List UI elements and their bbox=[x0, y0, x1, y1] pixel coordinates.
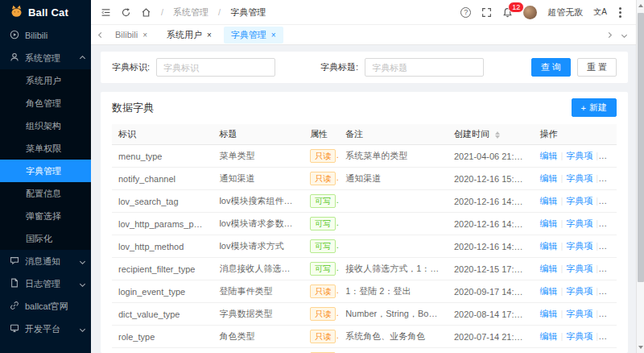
sidebar-item-notifications[interactable]: 消息通知 bbox=[0, 250, 91, 272]
sidebar-item-label: 系统管理 bbox=[25, 52, 60, 64]
dict-id-input[interactable] bbox=[156, 58, 275, 77]
edit-link[interactable]: 编辑 bbox=[540, 218, 558, 228]
dict-items-link[interactable]: 字典项 bbox=[566, 309, 592, 318]
fullscreen-icon[interactable] bbox=[481, 7, 492, 18]
sidebar-item-menu-permissions[interactable]: 菜单权限 bbox=[0, 137, 91, 160]
cell-id: dict_value_type bbox=[112, 303, 213, 326]
edit-link[interactable]: 编辑 bbox=[540, 196, 558, 206]
avatar[interactable] bbox=[523, 6, 537, 19]
cell-attr: 可写 bbox=[303, 213, 339, 235]
cell-id: menu_type bbox=[112, 145, 213, 168]
cell-actions: 编辑|字典项|删除 bbox=[534, 348, 617, 353]
reset-button[interactable]: 重 置 bbox=[577, 58, 617, 77]
scroll-up-icon[interactable] bbox=[638, 4, 643, 7]
new-button[interactable]: + 新建 bbox=[572, 98, 617, 117]
sidebar-item-label: 组织架构 bbox=[26, 120, 61, 132]
sidebar-item-organization[interactable]: 组织架构 bbox=[0, 114, 91, 137]
reload-icon[interactable] bbox=[121, 7, 131, 18]
tab-scroll-left-icon[interactable] bbox=[98, 31, 104, 37]
sidebar-item-dict-management[interactable]: 字典管理 bbox=[0, 160, 91, 182]
sidebar-item-log-management[interactable]: 日志管理 bbox=[0, 272, 91, 295]
dict-items-link[interactable]: 字典项 bbox=[566, 151, 592, 160]
cell-attr: 可写 bbox=[303, 235, 339, 258]
card-title: 数据字典 bbox=[112, 101, 154, 115]
dict-items-link[interactable]: 字典项 bbox=[566, 173, 592, 183]
sidebar-item-role-management[interactable]: 角色管理 bbox=[0, 92, 91, 114]
sidebar-item-system-users[interactable]: 系统用户 bbox=[0, 69, 91, 92]
edit-link[interactable]: 编辑 bbox=[540, 309, 558, 318]
sidebar-item-label: 系统用户 bbox=[26, 75, 61, 87]
dict-id-form-item: 字典标识: bbox=[112, 58, 275, 77]
sidebar-item-ballcat-website[interactable]: ballcat官网 bbox=[0, 295, 91, 318]
home-icon[interactable] bbox=[141, 7, 151, 18]
close-icon[interactable]: × bbox=[271, 31, 276, 39]
dict-items-link[interactable]: 字典项 bbox=[566, 196, 592, 206]
cell-actions: 编辑|字典项|删除 bbox=[534, 190, 617, 213]
dict-items-link[interactable]: 字典项 bbox=[566, 264, 592, 273]
readonly-tag: 只读 bbox=[310, 149, 336, 163]
edit-link[interactable]: 编辑 bbox=[540, 331, 558, 341]
edit-link[interactable]: 编辑 bbox=[540, 286, 558, 296]
dict-items-link[interactable]: 字典项 bbox=[566, 286, 592, 296]
chevron-down-icon bbox=[80, 280, 85, 286]
column-header-label: 创建时间 bbox=[454, 129, 489, 139]
edit-link[interactable]: 编辑 bbox=[540, 264, 558, 273]
table-row: lov_http_params_position lov模块请求参数位置 可写 … bbox=[112, 213, 617, 235]
sidebar-item-dev-platform[interactable]: 开发平台 bbox=[0, 318, 91, 340]
sidebar-submenu-system: 系统用户 角色管理 组织架构 菜单权限 字典管理 配置信息 弹窗选择 国际化 bbox=[0, 69, 91, 250]
translate-icon[interactable]: 文A bbox=[593, 6, 607, 18]
dict-items-link[interactable]: 字典项 bbox=[566, 241, 592, 251]
close-icon[interactable]: × bbox=[207, 31, 212, 39]
topbar-right: ? 12 超管无敌 文A bbox=[460, 6, 634, 19]
sidebar-item-config-info[interactable]: 配置信息 bbox=[0, 182, 91, 205]
dict-items-link[interactable]: 字典项 bbox=[566, 331, 592, 341]
table-row: dict_value_type 字典数据类型 只读 Number，String，… bbox=[112, 303, 617, 326]
message-icon bbox=[10, 255, 19, 267]
menu-collapse-icon[interactable] bbox=[101, 7, 111, 18]
sidebar-item-system-management[interactable]: 系统管理 bbox=[0, 47, 91, 69]
desktop-icon bbox=[10, 323, 19, 334]
scroll-down-icon[interactable] bbox=[638, 346, 643, 349]
column-header-remark: 备注 bbox=[339, 124, 448, 145]
cat-logo-icon bbox=[10, 5, 23, 19]
tab-system-users[interactable]: 系统用户 × bbox=[159, 27, 219, 44]
tab-scroll-right-icon[interactable] bbox=[606, 31, 612, 37]
breadcrumb-system[interactable]: 系统管理 bbox=[173, 6, 208, 19]
tab-bilibili[interactable]: Bilibili × bbox=[108, 27, 155, 42]
dict-title-form-item: 字典标题: bbox=[320, 58, 484, 77]
cell-attr: 只读 bbox=[303, 326, 339, 348]
column-header-id: 标识 bbox=[112, 124, 213, 145]
cell-attr: 只读 bbox=[303, 303, 339, 326]
help-icon[interactable]: ? bbox=[460, 7, 471, 18]
cell-created: 2020-07-14 20:28:54 bbox=[448, 348, 534, 353]
column-header-created[interactable]: 创建时间 bbox=[448, 124, 534, 145]
edit-link[interactable]: 编辑 bbox=[540, 241, 558, 251]
table-row: menu_type 菜单类型 只读 系统菜单的类型 2021-04-06 21:… bbox=[112, 145, 617, 168]
sort-icon[interactable] bbox=[495, 131, 500, 139]
query-button[interactable]: 查 询 bbox=[531, 58, 571, 77]
cell-title: 字典数据类型 bbox=[213, 303, 303, 326]
more-options-icon[interactable] bbox=[619, 11, 621, 14]
tab-dropdown-icon[interactable] bbox=[621, 31, 627, 37]
logo[interactable]: Ball Cat bbox=[0, 0, 91, 24]
cell-remark: 1：登陆 2：登出 bbox=[339, 280, 448, 303]
username[interactable]: 超管无敌 bbox=[547, 6, 583, 19]
file-icon bbox=[10, 278, 19, 289]
edit-link[interactable]: 编辑 bbox=[540, 173, 558, 183]
dict-items-link[interactable]: 字典项 bbox=[566, 218, 592, 228]
cell-attr: 只读 bbox=[303, 280, 339, 303]
scrollbar[interactable] bbox=[636, 0, 644, 353]
cell-actions: 编辑|字典项|删除 bbox=[534, 280, 617, 303]
notification-bell-icon[interactable]: 12 bbox=[502, 7, 513, 18]
tab-dict-management[interactable]: 字典管理 × bbox=[224, 27, 283, 44]
close-icon[interactable]: × bbox=[142, 31, 147, 39]
cell-title: 消息接收人筛选方式 bbox=[213, 258, 303, 280]
sidebar-item-bilibili[interactable]: Bilibili bbox=[0, 24, 91, 47]
edit-link[interactable]: 编辑 bbox=[540, 151, 558, 160]
scrollbar-thumb[interactable] bbox=[638, 13, 644, 282]
table-row: notify_channel 通知渠道 只读 通知渠道 2020-12-16 1… bbox=[112, 168, 617, 190]
sidebar-item-i18n[interactable]: 国际化 bbox=[0, 227, 91, 250]
play-circle-icon bbox=[10, 30, 19, 41]
dict-title-input[interactable] bbox=[365, 58, 484, 77]
sidebar-item-popup-select[interactable]: 弹窗选择 bbox=[0, 205, 91, 227]
